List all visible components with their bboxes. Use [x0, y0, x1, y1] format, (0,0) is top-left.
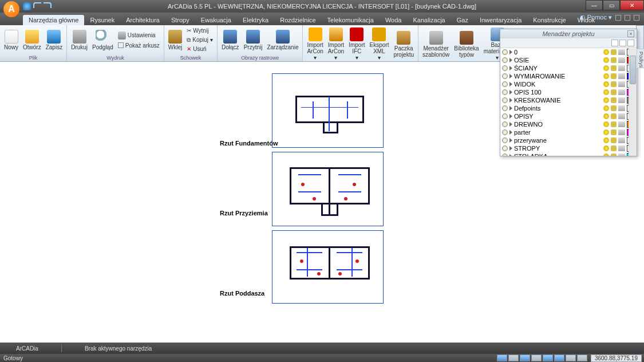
lock-icon[interactable]	[611, 137, 617, 143]
panel-scrollbar[interactable]	[629, 49, 637, 156]
type-library-button[interactable]: Biblioteka typów	[452, 30, 480, 59]
tab-gaz[interactable]: Gaz	[451, 15, 474, 25]
layer-row[interactable]: przerywane	[500, 136, 637, 144]
panel-tool-icon[interactable]	[627, 40, 634, 46]
bulb-icon[interactable]	[603, 97, 609, 103]
bulb-icon[interactable]	[603, 154, 609, 156]
layer-row[interactable]: OSIE	[500, 56, 637, 64]
printer-icon[interactable]	[618, 65, 625, 71]
tab-konstrukcje[interactable]: Konstrukcje	[527, 15, 571, 25]
close-button[interactable]: ✕	[620, 0, 644, 10]
layer-expand-icon[interactable]	[509, 66, 512, 70]
lock-icon[interactable]	[611, 113, 617, 119]
layer-row[interactable]: OPISY	[500, 112, 637, 120]
attach-image-button[interactable]: Dołącz	[220, 29, 241, 52]
show-sheet-checkbox[interactable]: Pokaż arkusz	[116, 41, 161, 50]
status-toggle-button[interactable]	[554, 355, 564, 361]
layer-visibility-icon[interactable]	[502, 145, 508, 151]
printer-icon[interactable]	[618, 145, 625, 151]
bulb-icon[interactable]	[603, 129, 609, 135]
bulb-icon[interactable]	[603, 121, 609, 127]
layer-visibility-icon[interactable]	[502, 57, 508, 63]
layer-visibility-icon[interactable]	[502, 49, 508, 55]
layer-row[interactable]: 0	[500, 48, 637, 56]
layer-visibility-icon[interactable]	[502, 97, 508, 103]
mdi-restore-icon[interactable]	[625, 15, 630, 21]
layer-row[interactable]: STOLARKA	[500, 152, 637, 156]
bulb-icon[interactable]	[603, 137, 609, 143]
copy-button[interactable]: ⧉Kopiuj ▾	[185, 36, 215, 44]
lock-icon[interactable]	[611, 154, 617, 156]
tab-stropy[interactable]: Stropy	[165, 15, 195, 25]
layer-expand-icon[interactable]	[509, 50, 512, 54]
layer-visibility-icon[interactable]	[502, 129, 508, 135]
lock-icon[interactable]	[611, 57, 617, 63]
bulb-icon[interactable]	[603, 89, 609, 95]
import-arcon2-button[interactable]: Import ArCon ▾	[326, 26, 346, 62]
lock-icon[interactable]	[611, 81, 617, 87]
layer-row[interactable]: STROPY	[500, 144, 637, 152]
open-button[interactable]: Otwórz	[21, 29, 43, 52]
bulb-icon[interactable]	[603, 65, 609, 71]
export-xml-button[interactable]: Eksport XML ▾	[368, 26, 391, 62]
status-toggle-button[interactable]	[543, 355, 553, 361]
layer-row[interactable]: WYMIAROWANIE	[500, 72, 637, 80]
lock-icon[interactable]	[611, 89, 617, 95]
printer-icon[interactable]	[618, 73, 625, 79]
layer-row[interactable]: WIDOK	[500, 80, 637, 88]
tab-kanalizacja[interactable]: Kanalizacja	[407, 15, 451, 25]
printer-icon[interactable]	[618, 129, 625, 135]
minimize-button[interactable]: —	[586, 0, 603, 10]
lock-icon[interactable]	[611, 49, 617, 55]
print-settings-button[interactable]: Ustawienia	[116, 30, 161, 41]
panel-tool-icon[interactable]	[619, 40, 626, 46]
tab-rozdzielnice[interactable]: Rozdzielnice	[274, 15, 321, 25]
bulb-icon[interactable]	[603, 105, 609, 111]
layer-visibility-icon[interactable]	[502, 89, 508, 95]
lock-icon[interactable]	[611, 73, 617, 79]
status-toggle-button[interactable]	[566, 355, 576, 361]
tab-inwentaryzacja[interactable]: Inwentaryzacja	[474, 15, 527, 25]
layer-expand-icon[interactable]	[509, 138, 512, 143]
tab-ewakuacja[interactable]: Ewakuacja	[195, 15, 237, 25]
layer-expand-icon[interactable]	[509, 154, 512, 156]
tab-woda[interactable]: Woda	[380, 15, 408, 25]
import-ifc-button[interactable]: Import IFC ▾	[347, 26, 366, 62]
sheet-view[interactable]	[272, 230, 384, 304]
bulb-icon[interactable]	[603, 57, 609, 63]
new-button[interactable]: Nowy	[2, 29, 20, 52]
status-toggle-button[interactable]	[497, 355, 507, 361]
scrollbar-thumb[interactable]	[630, 56, 636, 84]
status-toggle-button[interactable]	[531, 355, 542, 361]
status-toggle-button[interactable]	[577, 355, 587, 361]
manage-images-button[interactable]: Zarządzanie	[265, 29, 300, 52]
tab-elektryka[interactable]: Elektryka	[237, 15, 274, 25]
lock-icon[interactable]	[611, 97, 617, 103]
layer-expand-icon[interactable]	[509, 106, 512, 111]
status-toggle-button[interactable]	[520, 355, 530, 361]
layer-expand-icon[interactable]	[509, 82, 512, 86]
layer-visibility-icon[interactable]	[502, 154, 508, 156]
bulb-icon[interactable]	[603, 145, 609, 151]
import-arcon-button[interactable]: Import ArCon ▾	[305, 26, 325, 62]
maximize-button[interactable]: ▭	[603, 0, 620, 10]
delete-button[interactable]: ✕Usuń	[185, 45, 215, 53]
printer-icon[interactable]	[618, 105, 625, 111]
app-menu-orb[interactable]: A	[3, 1, 19, 17]
sheet-view[interactable]	[272, 73, 384, 148]
printer-icon[interactable]	[618, 97, 625, 103]
template-manager-button[interactable]: Menadżer szablonów	[421, 30, 451, 59]
layer-visibility-icon[interactable]	[502, 73, 508, 79]
qat-save-icon[interactable]	[23, 2, 31, 10]
layer-expand-icon[interactable]	[509, 122, 512, 127]
layer-row[interactable]: Defpoints	[500, 104, 637, 112]
sheet-view[interactable]	[272, 152, 384, 226]
layer-expand-icon[interactable]	[509, 130, 512, 135]
lock-icon[interactable]	[611, 145, 617, 151]
layer-row[interactable]: OPIS 100	[500, 88, 637, 96]
panel-side-tab[interactable]: Podrys	[637, 49, 644, 68]
tab-narzedzia-glowne[interactable]: Narzędzia główne	[23, 15, 84, 25]
mdi-minimize-icon[interactable]	[615, 15, 621, 21]
printer-icon[interactable]	[618, 81, 625, 87]
bulb-icon[interactable]	[603, 49, 609, 55]
